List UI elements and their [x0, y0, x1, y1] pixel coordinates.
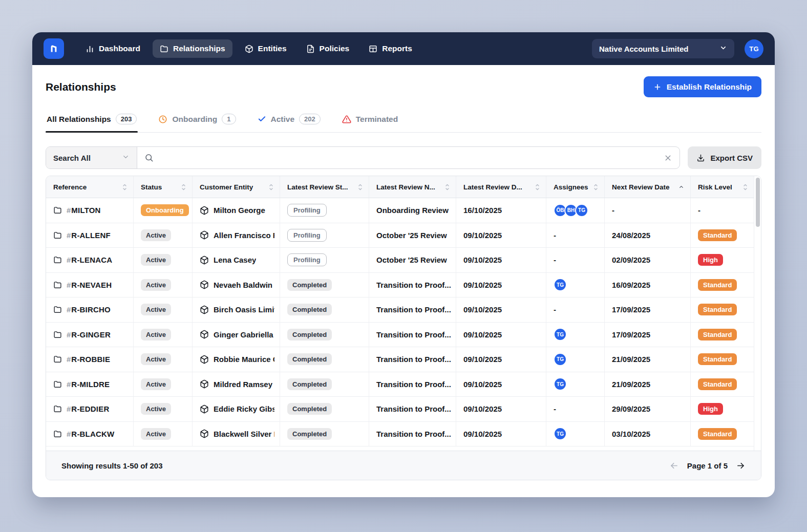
top-navbar: Dashboard Relationships Entities Policie…: [32, 32, 775, 65]
entity-name: Mildred Ramsey: [214, 380, 272, 389]
tab-all-relationships[interactable]: All Relationships 203: [46, 108, 138, 132]
assignees-cell: -: [546, 223, 605, 248]
export-csv-button[interactable]: Export CSV: [688, 146, 761, 169]
customer-entity-cell[interactable]: Lena Casey: [193, 248, 280, 272]
risk-level-badge: Standard: [698, 229, 737, 241]
risk-level-badge: High: [698, 254, 723, 266]
customer-entity-cell[interactable]: Mildred Ramsey: [193, 372, 280, 397]
reference-cell[interactable]: #R-NEVAEH: [46, 273, 134, 297]
establish-relationship-button[interactable]: Establish Relationship: [644, 76, 761, 97]
establish-relationship-label: Establish Relationship: [667, 82, 752, 92]
document-icon: [306, 45, 315, 53]
tab-terminated[interactable]: Terminated: [341, 108, 399, 132]
latest-review-name-cell: Transition to Proof...: [369, 397, 456, 421]
table-row[interactable]: #R-ALLENFActiveAllen Francisco FoProfili…: [46, 223, 754, 248]
column-header-assignees[interactable]: Assignees: [546, 176, 605, 198]
customer-entity-cell[interactable]: Birch Oasis Limite: [193, 297, 280, 322]
reference-cell[interactable]: #R-GINGER: [46, 323, 134, 347]
column-header-next-review-date[interactable]: Next Review Date: [605, 176, 691, 198]
review-status-badge: Completed: [287, 403, 332, 415]
account-selector-value: Native Accounts Limited: [599, 45, 688, 53]
column-header-customer-entity[interactable]: Customer Entity: [193, 176, 280, 198]
column-header-latest-review-st[interactable]: Latest Review St...: [280, 176, 369, 198]
column-header-status[interactable]: Status: [134, 176, 193, 198]
table-row[interactable]: #R-ROBBIEActiveRobbie Maurice GCompleted…: [46, 347, 754, 372]
reference-code: R-BLACKW: [71, 430, 114, 438]
table-row[interactable]: #R-BLACKWActiveBlackwell Silver BComplet…: [46, 422, 754, 447]
table-row[interactable]: #R-BIRCHOActiveBirch Oasis LimiteComplet…: [46, 297, 754, 323]
latest-review-status-cell: Completed: [280, 273, 369, 297]
latest-review-status-cell: Completed: [280, 397, 369, 421]
assignee-avatar[interactable]: TG: [554, 353, 567, 366]
next-review-date-cell: 17/09/2025: [605, 323, 691, 347]
cube-icon: [200, 305, 209, 314]
clear-search-icon[interactable]: [664, 154, 672, 162]
scrollbar-thumb[interactable]: [756, 178, 760, 227]
search-scope-select[interactable]: Search All: [46, 147, 137, 168]
reference-cell[interactable]: #R-BLACKW: [46, 422, 134, 446]
assignees-cell: TG: [546, 372, 605, 397]
column-header-risk-level[interactable]: Risk Level: [691, 176, 754, 198]
nav-item-policies[interactable]: Policies: [299, 39, 357, 58]
assignee-avatar[interactable]: TG: [575, 204, 588, 217]
app-window: Dashboard Relationships Entities Policie…: [32, 32, 775, 497]
reference-cell[interactable]: #R-ALLENF: [46, 223, 134, 248]
table-row[interactable]: #MILTONOnboardingMilton GeorgeProfilingO…: [46, 198, 754, 223]
nav-item-label: Relationships: [173, 44, 225, 53]
reference-cell[interactable]: #R-EDDIER: [46, 397, 134, 421]
customer-entity-cell[interactable]: Blackwell Silver B: [193, 422, 280, 446]
column-header-reference[interactable]: Reference: [46, 176, 134, 198]
nav-item-entities[interactable]: Entities: [238, 39, 294, 58]
table-row[interactable]: #R-NEVAEHActiveNevaeh BaldwinCompletedTr…: [46, 273, 754, 298]
reference-code: R-ROBBIE: [71, 355, 110, 364]
customer-entity-cell[interactable]: Nevaeh Baldwin: [193, 273, 280, 297]
tab-active[interactable]: Active 202: [257, 108, 322, 132]
entity-name: Ginger Gabriella L: [214, 330, 274, 339]
account-selector[interactable]: Native Accounts Limited: [592, 39, 734, 58]
customer-entity-cell[interactable]: Milton George: [193, 198, 280, 223]
latest-review-name-cell: Transition to Proof...: [369, 422, 456, 446]
assignees-cell: -: [546, 248, 605, 272]
assignee-avatar[interactable]: TG: [554, 328, 567, 341]
risk-level-cell: -: [691, 198, 754, 223]
folder-icon: [53, 256, 62, 264]
column-header-latest-review-d[interactable]: Latest Review D...: [456, 176, 546, 198]
nav-item-reports[interactable]: Reports: [362, 39, 419, 58]
column-header-latest-review-n[interactable]: Latest Review N...: [369, 176, 456, 198]
reference-cell[interactable]: #R-LENACA: [46, 248, 134, 272]
reference-cell[interactable]: #R-MILDRE: [46, 372, 134, 397]
app-logo[interactable]: [44, 38, 64, 59]
next-page-icon[interactable]: [736, 461, 746, 471]
user-avatar[interactable]: TG: [745, 39, 763, 58]
sort-icon: [181, 183, 186, 191]
latest-review-status-cell: Completed: [280, 297, 369, 322]
nav-item-label: Reports: [382, 44, 412, 53]
assignee-avatar[interactable]: TG: [554, 427, 567, 440]
customer-entity-cell[interactable]: Allen Francisco Fo: [193, 223, 280, 248]
table-row[interactable]: #R-EDDIERActiveEddie Ricky GibsoComplete…: [46, 397, 754, 422]
customer-entity-cell[interactable]: Ginger Gabriella L: [193, 323, 280, 347]
reference-cell[interactable]: #MILTON: [46, 198, 134, 223]
previous-page-icon[interactable]: [669, 461, 679, 471]
reference-cell[interactable]: #R-ROBBIE: [46, 347, 134, 372]
tab-onboarding[interactable]: Onboarding 1: [157, 108, 237, 132]
customer-entity-cell[interactable]: Robbie Maurice G: [193, 347, 280, 372]
customer-entity-cell[interactable]: Eddie Ricky Gibso: [193, 397, 280, 421]
table-row[interactable]: #R-GINGERActiveGinger Gabriella LComplet…: [46, 323, 754, 348]
review-status-badge: Profiling: [287, 253, 327, 266]
nav-item-dashboard[interactable]: Dashboard: [78, 39, 147, 58]
table-row[interactable]: #R-MILDREActiveMildred RamseyCompletedTr…: [46, 372, 754, 397]
next-review-date-cell: 21/09/2025: [605, 347, 691, 372]
status-cell: Active: [134, 323, 193, 347]
search-input[interactable]: [159, 154, 659, 162]
assignee-avatar[interactable]: TG: [554, 377, 567, 391]
reference-cell[interactable]: #R-BIRCHO: [46, 297, 134, 322]
folder-icon: [53, 355, 62, 364]
risk-level-cell: High: [691, 248, 754, 272]
cube-icon: [200, 355, 209, 364]
table-row[interactable]: #R-LENACAActiveLena CaseyProfilingOctobe…: [46, 248, 754, 273]
nav-item-relationships[interactable]: Relationships: [153, 39, 232, 58]
assignee-avatar[interactable]: TG: [554, 278, 567, 291]
latest-review-status-cell: Profiling: [280, 223, 369, 248]
entity-name: Milton George: [214, 206, 265, 215]
